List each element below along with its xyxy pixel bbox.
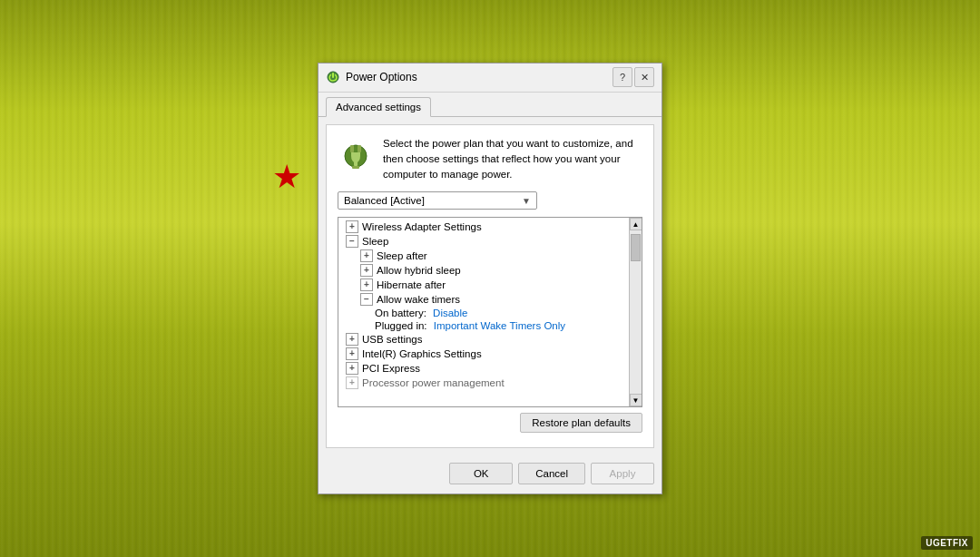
tree-item-label-on-battery: On battery: — [375, 308, 426, 318]
tree-item-sleep-after[interactable]: + Sleep after — [338, 249, 642, 263]
power-plug-icon — [338, 136, 374, 172]
dropdown-row: Balanced [Active] ▼ — [338, 191, 642, 210]
tree-item-allow-hybrid-sleep[interactable]: + Allow hybrid sleep — [338, 263, 642, 278]
power-plan-dropdown[interactable]: Balanced [Active] ▼ — [338, 191, 537, 210]
settings-tree: + Wireless Adapter Settings − Sleep + Sl… — [338, 217, 642, 407]
separator-on-battery — [428, 308, 431, 318]
tab-bar: Advanced settings — [318, 93, 662, 117]
dialog-title: Power Options — [346, 71, 612, 83]
svg-rect-3 — [358, 145, 361, 152]
dropdown-arrow-icon: ▼ — [522, 196, 531, 206]
restore-plan-defaults-button[interactable]: Restore plan defaults — [520, 413, 642, 433]
footer-buttons: OK Cancel Apply — [318, 455, 662, 493]
close-button[interactable]: ✕ — [634, 67, 654, 87]
expand-icon-sleep-after[interactable]: + — [360, 249, 373, 262]
svg-rect-2 — [350, 145, 354, 152]
tree-item-label-intel-graphics: Intel(R) Graphics Settings — [362, 348, 482, 359]
scroll-thumb[interactable] — [631, 234, 641, 261]
help-button[interactable]: ? — [612, 67, 632, 87]
svg-rect-4 — [354, 161, 358, 166]
separator-plugged-in — [429, 320, 432, 331]
ok-button[interactable]: OK — [449, 463, 513, 484]
tree-item-intel-graphics[interactable]: + Intel(R) Graphics Settings — [338, 347, 642, 361]
tree-item-value-plugged-in[interactable]: Important Wake Timers Only — [434, 320, 565, 331]
tree-item-label-wireless: Wireless Adapter Settings — [362, 221, 482, 232]
dropdown-value: Balanced [Active] — [344, 195, 425, 206]
apply-button[interactable]: Apply — [591, 463, 654, 484]
cancel-button[interactable]: Cancel — [518, 463, 585, 484]
tree-item-wireless[interactable]: + Wireless Adapter Settings — [338, 220, 642, 234]
tree-item-label-usb-settings: USB settings — [362, 334, 422, 345]
tree-item-processor-power[interactable]: + Processor power management — [338, 376, 642, 390]
expand-icon-hibernate-after[interactable]: + — [360, 278, 373, 291]
tree-content: + Wireless Adapter Settings − Sleep + Sl… — [338, 218, 642, 406]
expand-icon-processor-power[interactable]: + — [346, 376, 358, 389]
expand-icon-intel-graphics[interactable]: + — [346, 347, 358, 360]
expand-icon-usb-settings[interactable]: + — [346, 333, 358, 346]
tree-item-label-pci-express: PCI Express — [362, 363, 420, 374]
svg-rect-5 — [352, 166, 359, 169]
tree-item-label-hibernate-after: Hibernate after — [377, 279, 446, 290]
expand-icon-wireless[interactable]: + — [346, 220, 358, 233]
scroll-up-button[interactable]: ▲ — [630, 218, 642, 230]
annotation-star: ★ — [272, 158, 301, 196]
tree-item-value-on-battery[interactable]: Disable — [433, 308, 467, 318]
description-text: Select the power plan that you want to c… — [383, 136, 642, 183]
tree-item-label-processor-power: Processor power management — [362, 377, 505, 388]
expand-icon-sleep[interactable]: − — [346, 235, 358, 248]
expand-icon-pci-express[interactable]: + — [346, 362, 358, 375]
title-bar: Power Options ? ✕ — [318, 64, 662, 93]
main-content: Select the power plan that you want to c… — [326, 124, 654, 449]
power-options-icon — [326, 70, 340, 84]
watermark: UGETFIX — [921, 536, 973, 550]
tree-item-label-sleep-after: Sleep after — [377, 250, 427, 261]
expand-icon-allow-wake-timers[interactable]: − — [360, 293, 373, 306]
tree-item-label-allow-hybrid-sleep: Allow hybrid sleep — [377, 265, 461, 276]
tree-item-label-plugged-in: Plugged in: — [375, 320, 427, 331]
tree-item-sleep[interactable]: − Sleep — [338, 234, 642, 249]
tree-item-hibernate-after[interactable]: + Hibernate after — [338, 278, 642, 292]
scroll-down-button[interactable]: ▼ — [630, 394, 642, 406]
tree-item-plugged-in[interactable]: Plugged in: Important Wake Timers Only — [338, 319, 642, 332]
scroll-track — [630, 230, 642, 394]
expand-icon-allow-hybrid-sleep[interactable]: + — [360, 264, 373, 277]
tree-item-label-allow-wake-timers: Allow wake timers — [377, 294, 460, 305]
title-bar-buttons: ? ✕ — [612, 67, 654, 87]
tree-item-label-sleep: Sleep — [362, 236, 388, 247]
tree-scrollbar[interactable]: ▲ ▼ — [629, 218, 642, 406]
restore-row: Restore plan defaults — [338, 413, 642, 433]
tree-item-pci-express[interactable]: + PCI Express — [338, 361, 642, 376]
tree-item-allow-wake-timers[interactable]: − Allow wake timers — [338, 292, 642, 307]
tab-advanced-settings[interactable]: Advanced settings — [326, 97, 431, 117]
tree-item-usb-settings[interactable]: + USB settings — [338, 332, 642, 347]
power-options-dialog: Power Options ? ✕ Advanced settings — [318, 63, 662, 495]
tree-item-on-battery[interactable]: On battery: Disable — [338, 307, 642, 319]
description-area: Select the power plan that you want to c… — [338, 136, 642, 183]
